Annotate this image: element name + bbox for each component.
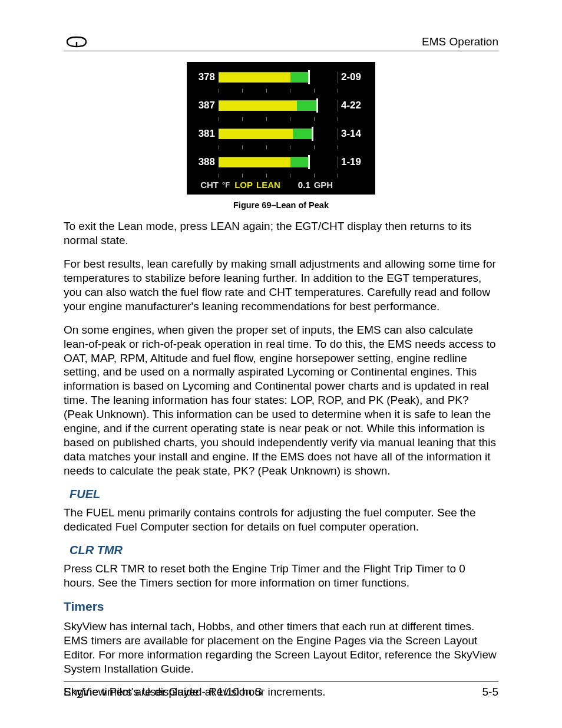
gph-value: 0.1 (298, 180, 314, 190)
peak-value-3: 3-14 (341, 128, 371, 140)
peak-value-2: 4-22 (341, 100, 371, 111)
gph-units: GPH (314, 180, 333, 190)
header-row: EMS Operation (64, 35, 498, 51)
bar-area-2 (219, 97, 338, 114)
status-lop: LOP (234, 180, 256, 190)
cht-value-2: 387 (191, 100, 219, 111)
ems-row-4: 388 1-19 (191, 150, 371, 174)
axis-label-cht: CHT (191, 180, 221, 190)
logo-icon (64, 36, 90, 48)
ems-row-1: 378 2-09 (191, 65, 371, 89)
para-fuel: The FUEL menu primarily contains control… (64, 506, 498, 534)
footer-row: SkyView Pilot's User Guide - Revision S … (64, 681, 498, 699)
footer-right: 5-5 (482, 686, 498, 699)
para-calculate-lop: On some engines, when given the proper s… (64, 323, 498, 478)
ems-row-3: 381 3-14 (191, 122, 371, 146)
heading-timers: Timers (64, 599, 498, 614)
ems-row-2: 387 4-22 (191, 94, 371, 117)
para-best-results: For best results, lean carefully by maki… (64, 257, 498, 314)
heading-fuel: FUEL (70, 487, 498, 501)
figure-lean-of-peak: 378 2-09 387 4-22 (64, 62, 498, 210)
header-section-title: EMS Operation (422, 35, 498, 48)
cht-value-1: 378 (191, 71, 219, 83)
bar-area-4 (219, 154, 338, 170)
axis-units: °F (221, 180, 234, 189)
cht-value-3: 381 (191, 128, 219, 140)
page: EMS Operation 378 2-09 387 (0, 0, 562, 728)
figure-caption: Figure 69–Lean of Peak (64, 200, 498, 210)
footer-left: SkyView Pilot's User Guide - Revision S (64, 686, 262, 699)
peak-value-4: 1-19 (341, 156, 371, 168)
status-lean: LEAN (256, 180, 298, 190)
bar-area-1 (219, 69, 338, 85)
peak-value-1: 2-09 (341, 71, 371, 83)
para-clr-tmr: Press CLR TMR to reset both the Engine T… (64, 562, 498, 590)
ems-bottom-row: CHT °F LOP LEAN 0.1 GPH (191, 179, 371, 192)
bar-area-3 (219, 126, 338, 142)
para-exit-lean: To exit the Lean mode, press LEAN again;… (64, 219, 498, 248)
cht-value-4: 388 (191, 156, 219, 168)
ems-cht-display: 378 2-09 387 4-22 (187, 62, 375, 195)
para-timers-1: SkyView has internal tach, Hobbs, and ot… (64, 620, 498, 676)
heading-clr-tmr: CLR TMR (70, 543, 498, 557)
